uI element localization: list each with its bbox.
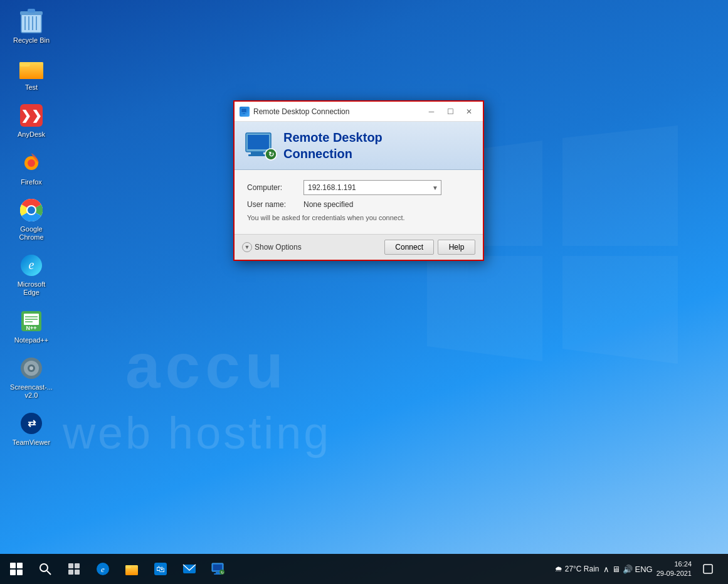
username-label: User name:	[247, 200, 303, 209]
svg-rect-58	[213, 565, 222, 570]
computer-label: Computer:	[247, 183, 303, 192]
show-options-button[interactable]: ▼ Show Options	[242, 242, 381, 252]
rdp-titlebar[interactable]: Remote Desktop Connection ─ ☐ ✕	[235, 102, 483, 122]
weather-icon: 🌧	[555, 565, 562, 573]
svg-marker-1	[562, 125, 678, 246]
screencast-icon	[19, 356, 44, 381]
rdp-title: Remote Desktop Connection	[253, 107, 423, 116]
rdp-body: Computer: 192.168.1.191 ▼ User name: Non…	[235, 170, 483, 234]
google-chrome-label: Google Chrome	[9, 225, 54, 242]
notepadpp-label: Notepad++	[14, 336, 48, 344]
computer-value: 192.168.1.191	[308, 183, 356, 192]
screencast-label: Screencast-...v2.0	[10, 383, 53, 400]
svg-line-44	[47, 571, 51, 575]
anydesk-label: AnyDesk	[18, 130, 45, 139]
svg-rect-13	[19, 62, 30, 66]
svg-rect-35	[241, 109, 246, 112]
windows-logo-icon	[10, 563, 23, 575]
svg-text:e: e	[101, 565, 105, 574]
computer-dropdown[interactable]: 192.168.1.191 ▼	[303, 180, 441, 195]
connect-button[interactable]: Connect	[384, 240, 434, 255]
computer-field: Computer: 192.168.1.191 ▼	[247, 180, 470, 195]
rdp-header: ↻ Remote Desktop Connection	[235, 122, 483, 170]
google-chrome-icon	[19, 198, 44, 223]
rdp-footer: ▼ Show Options Connect Help	[235, 234, 483, 260]
start-button[interactable]	[3, 555, 30, 583]
firefox-label: Firefox	[21, 178, 42, 186]
svg-point-16	[28, 159, 35, 167]
time-display: 16:24	[657, 560, 692, 569]
svg-rect-39	[251, 152, 263, 154]
teamviewer-label: TeamViewer	[13, 438, 50, 447]
rdp-dialog: Remote Desktop Connection ─ ☐ ✕ ↻	[233, 100, 484, 261]
desktop-icon-anydesk[interactable]: ❯❯ AnyDesk	[6, 100, 56, 141]
desktop-icon-screencast[interactable]: Screencast-...v2.0	[6, 353, 56, 402]
desktop-icon-firefox[interactable]: Firefox	[6, 148, 56, 189]
svg-text:🛍: 🛍	[156, 564, 165, 574]
recycle-bin-label: Recycle Bin	[13, 36, 50, 45]
svg-rect-45	[68, 563, 73, 568]
svg-text:↻: ↻	[268, 151, 274, 158]
desktop-icon-google-chrome[interactable]: Google Chrome	[6, 195, 56, 244]
credentials-note: You will be asked for credentials when y…	[247, 214, 470, 221]
svg-marker-2	[427, 256, 542, 361]
search-button[interactable]	[31, 555, 59, 583]
desktop-icon-teamviewer[interactable]: ⇄ TeamViewer	[6, 408, 56, 449]
microsoft-edge-icon: e	[19, 253, 44, 278]
task-view-button[interactable]	[60, 555, 88, 583]
weather-text: 27°C Rain	[565, 565, 599, 573]
notepadpp-icon: N++	[19, 309, 44, 334]
firefox-icon	[19, 151, 44, 176]
notification-button[interactable]	[695, 555, 720, 583]
taskbar-file-explorer-icon[interactable]	[118, 555, 145, 583]
anydesk-icon: ❯❯	[19, 103, 44, 128]
clock[interactable]: 16:24 29-09-2021	[657, 560, 692, 579]
rdp-header-icon: ↻	[245, 132, 276, 160]
chevron-up-icon[interactable]: ∧	[603, 565, 609, 574]
taskbar-rdp-icon[interactable]: ↻	[204, 555, 232, 583]
svg-point-19	[28, 206, 35, 214]
network-icon[interactable]: 🖥	[612, 565, 620, 574]
titlebar-controls: ─ ☐ ✕	[423, 105, 478, 118]
svg-text:N++: N++	[26, 325, 36, 331]
username-field: User name: None specified	[247, 200, 470, 209]
watermark-text: web hosting	[63, 407, 331, 459]
svg-rect-6	[28, 9, 35, 13]
rdp-header-title: Remote Desktop Connection	[283, 129, 382, 162]
test-folder-icon	[19, 56, 44, 81]
maximize-button[interactable]: ☐	[441, 105, 459, 118]
taskbar: e 🛍	[0, 554, 728, 584]
svg-rect-63	[704, 565, 712, 573]
help-button[interactable]: Help	[438, 240, 475, 255]
desktop-icon-test[interactable]: Test	[6, 53, 56, 94]
svg-point-31	[29, 366, 33, 370]
minimize-button[interactable]: ─	[423, 105, 440, 118]
show-options-icon: ▼	[242, 242, 252, 252]
dropdown-arrow-icon: ▼	[432, 184, 438, 191]
close-button[interactable]: ✕	[460, 105, 478, 118]
desktop-icon-notepadpp[interactable]: N++ Notepad++	[6, 306, 56, 347]
taskbar-store-icon[interactable]: 🛍	[147, 555, 174, 583]
svg-text:↻: ↻	[221, 571, 224, 575]
svg-rect-40	[248, 154, 266, 156]
svg-text:e: e	[29, 258, 34, 272]
taskbar-mail-icon[interactable]	[176, 555, 203, 583]
rdp-app-icon	[240, 107, 250, 117]
microsoft-edge-label: Microsoft Edge	[9, 280, 54, 297]
svg-rect-47	[68, 570, 73, 575]
desktop-icon-recycle-bin[interactable]: Recycle Bin	[6, 6, 56, 47]
svg-rect-46	[75, 563, 80, 568]
username-value: None specified	[303, 200, 353, 209]
test-folder-label: Test	[25, 83, 38, 92]
svg-rect-53	[125, 565, 131, 568]
desktop-icon-area: Recycle Bin Test	[6, 6, 56, 449]
weather-display: 🌧 27°C Rain	[555, 565, 599, 573]
system-tray[interactable]: ∧ 🖥 🔊 ENG	[603, 565, 653, 574]
volume-icon[interactable]: 🔊	[623, 565, 633, 574]
language-indicator[interactable]: ENG	[635, 565, 653, 574]
desktop-icon-microsoft-edge[interactable]: e Microsoft Edge	[6, 250, 56, 299]
svg-rect-4	[21, 14, 41, 33]
taskbar-edge-icon[interactable]: e	[89, 555, 117, 583]
svg-rect-48	[75, 570, 80, 575]
teamviewer-icon: ⇄	[19, 411, 44, 436]
